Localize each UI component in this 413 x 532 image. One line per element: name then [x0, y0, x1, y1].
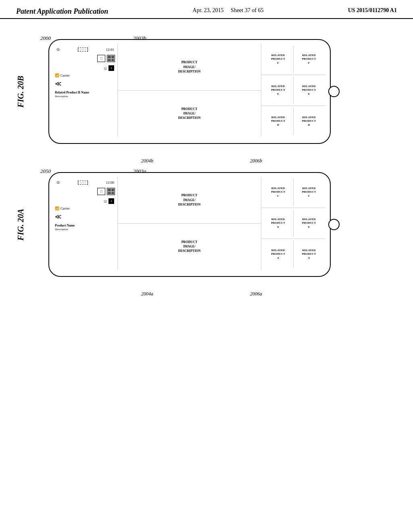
home-button-20b[interactable]: [328, 86, 340, 97]
badge-row-20b: ☺ 4: [55, 64, 116, 72]
related-label-20b-d: RELATEDPRODUCTD: [294, 108, 324, 135]
related-box-20b-e: RELATEDPRODUCTE RELATEDPRODUCTE: [261, 75, 326, 106]
badge-item-20a: ☺ 4: [103, 198, 114, 204]
product-desc-20a: Description: [55, 228, 116, 231]
time-display-20a: 12:00: [106, 181, 114, 185]
back-button-20b[interactable]: ≪: [55, 80, 62, 87]
fig20a-container: 2050 2003a FIG. 20A ⊙ - - - -: [16, 172, 397, 277]
header-date: Apr. 23, 2015: [193, 7, 224, 13]
related-label-20a-c: RELATEDPRODUCTC: [294, 179, 324, 206]
header-left: Patent Application Publication: [16, 7, 108, 16]
badge-item-20b: ☺ 4: [103, 65, 114, 71]
nav-icons-20a: ≪: [55, 213, 116, 220]
related-box-20a-c: RELATEDPRODUCTC RELATEDPRODUCTC: [261, 177, 326, 208]
nav-icons-20b: ≪: [55, 80, 116, 87]
dashed-indicator-20a: - - - -: [78, 181, 88, 185]
product-box-20a-2: PRODUCTIMAGE/DESCRIPTION: [118, 224, 261, 270]
fig20a-phone: ⊙ - - - - 12:00 📋: [48, 172, 331, 277]
related-img-20b-e: RELATEDPRODUCTE: [263, 77, 294, 104]
clipboard-icon-20a: 📋: [97, 188, 105, 195]
related-label-20b-e: RELATEDPRODUCTE: [294, 77, 324, 104]
content-area: 2000 2003b FIG. 20B ⊙ - - - -: [0, 19, 413, 285]
carrier-text-20a: Carrier: [60, 207, 70, 210]
fig20b-row: FIG. 20B ⊙ - - - - 12:01: [16, 39, 397, 144]
clipboard-icon: 📋: [97, 55, 105, 62]
related-img-20b-d: RELATEDPRODUCTD: [263, 108, 294, 135]
related-img-20a-c: RELATEDPRODUCTC: [263, 179, 294, 206]
grid-icon: [107, 55, 115, 62]
circle-status-icon-20a: ⊙: [56, 180, 60, 185]
fig20b-container: 2000 2003b FIG. 20B ⊙ - - - -: [16, 39, 397, 144]
header-center: Apr. 23, 2015 Sheet 37 of 65: [193, 7, 264, 14]
ref-2004a: 2004a: [141, 291, 153, 297]
page-header: Patent Application Publication Apr. 23, …: [0, 0, 413, 19]
phone-body-20b: ⊙ - - - - 12:01 📋: [48, 39, 331, 144]
carrier-row-20a: 📶 Carrier: [55, 206, 116, 210]
ref-2006b: 2006b: [250, 158, 262, 164]
fig20a-row: FIG. 20A ⊙ - - - - 12:00: [16, 172, 397, 277]
product-name-20b: Related Product B Name: [55, 91, 116, 95]
fig20b-phone: ⊙ - - - - 12:01 📋: [48, 39, 331, 144]
phone-related-20b: RELATEDPRODUCTF RELATEDPRODUCTF RELATEDP…: [261, 44, 326, 137]
header-sheet: Sheet 37 of 65: [231, 7, 263, 13]
badge-row-20a: ☺ 4: [55, 197, 116, 205]
related-box-20a-b: RELATEDPRODUCTb RELATEDPRODUCTb: [261, 208, 326, 239]
circle-status-icon: ⊙: [56, 47, 60, 52]
smiley-icon: ☺: [103, 66, 108, 71]
phone-sidebar-20a: ⊙ - - - - 12:00 📋: [53, 177, 118, 270]
signal-bars-icon-20a: 📶: [55, 206, 59, 210]
ref-2004b: 2004b: [141, 158, 153, 164]
product-info-20b: Related Product B Name Description: [55, 91, 116, 98]
ref-2006a: 2006a: [250, 291, 262, 297]
product-desc-20b: Description: [55, 95, 116, 98]
product-info-20a: Product Name Description: [55, 224, 116, 231]
smiley-icon-20a: ☺: [103, 199, 108, 204]
grid-icon-20a: [107, 188, 115, 195]
phone-inner-20b: ⊙ - - - - 12:01 📋: [53, 44, 326, 137]
dashed-indicator: - - - -: [78, 48, 88, 52]
carrier-text-20b: Carrier: [60, 74, 70, 77]
phone-main-20b: PRODUCTIMAGE/DESCRIPTION PRODUCTIMAGE/DE…: [118, 44, 261, 137]
related-label-20b-f: RELATEDPRODUCTF: [294, 46, 324, 73]
related-img-20a-b: RELATEDPRODUCTb: [263, 210, 294, 237]
related-box-20b-d: RELATEDPRODUCTD RELATEDPRODUCTD: [261, 106, 326, 137]
product-box-20b-2: PRODUCTIMAGE/DESCRIPTION: [118, 91, 261, 137]
phone-sidebar-20b: ⊙ - - - - 12:01 📋: [53, 44, 118, 137]
phone-main-20a: PRODUCTIMAGE/DESCRIPTION PRODUCTIMAGE/DE…: [118, 177, 261, 270]
related-img-20a-a: RELATEDPRODUCTA: [263, 241, 294, 268]
product-box-20a-1: PRODUCTIMAGE/DESCRIPTION: [118, 177, 261, 224]
related-box-20b-f: RELATEDPRODUCTF RELATEDPRODUCTF: [261, 44, 326, 75]
status-bar-20b: ⊙ - - - - 12:01: [55, 46, 116, 52]
time-display: 12:01: [106, 48, 114, 52]
fig20a-label: FIG. 20A: [16, 209, 44, 241]
signal-bars-icon: 📶: [55, 73, 59, 77]
phone-inner-20a: ⊙ - - - - 12:00 📋: [53, 177, 326, 270]
carrier-row-20b: 📶 Carrier: [55, 73, 116, 77]
fig20b-label: FIG. 20B: [16, 76, 44, 108]
related-img-20b-f: RELATEDPRODUCTF: [263, 46, 294, 73]
product-name-20a: Product Name: [55, 224, 116, 228]
badge-count-20b: 4: [108, 65, 114, 71]
home-button-20a[interactable]: [328, 219, 340, 230]
phone-body-20a: ⊙ - - - - 12:00 📋: [48, 172, 331, 277]
back-button-20a[interactable]: ≪: [55, 213, 62, 220]
related-label-20a-b: RELATEDPRODUCTb: [294, 210, 324, 237]
related-label-20a-a: RELATEDPRODUCTA: [294, 241, 324, 268]
header-right: US 2015/0112790 A1: [348, 7, 397, 14]
related-box-20a-a: RELATEDPRODUCTA RELATEDPRODUCTA: [261, 239, 326, 270]
top-icons-row-20a: 📋: [55, 187, 116, 196]
badge-count-20a: 4: [108, 198, 114, 204]
phone-related-20a: RELATEDPRODUCTC RELATEDPRODUCTC RELATEDP…: [261, 177, 326, 270]
product-box-20b-1: PRODUCTIMAGE/DESCRIPTION: [118, 44, 261, 91]
top-icons-row-20b: 📋: [55, 54, 116, 63]
status-bar-20a: ⊙ - - - - 12:00: [55, 179, 116, 185]
